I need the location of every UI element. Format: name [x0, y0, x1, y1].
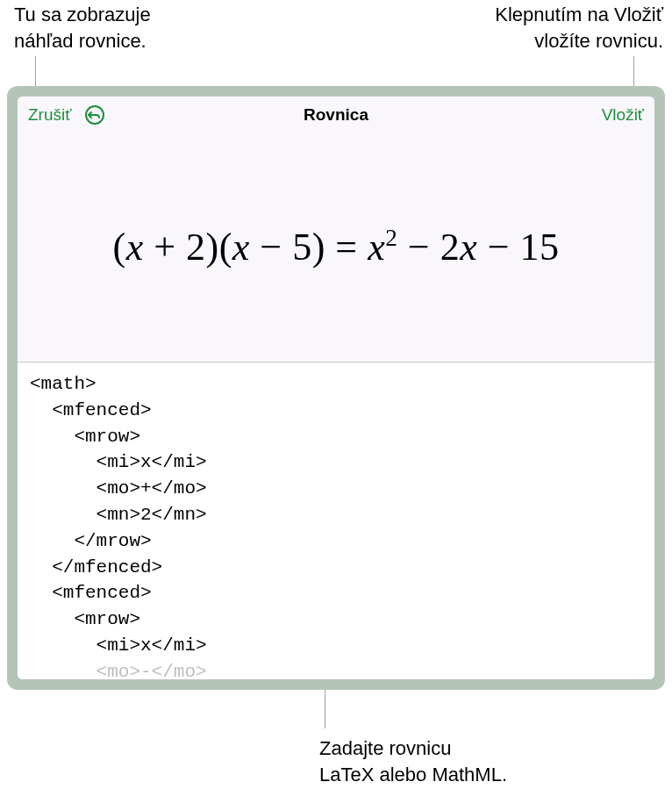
equation-dialog: Zrušiť Rovnica Vložiť (x + 2)(x − — [18, 97, 654, 679]
insert-button[interactable]: Vložiť — [602, 105, 644, 124]
eq-part: 2 — [186, 226, 206, 269]
eq-part-var: x — [460, 226, 477, 269]
equation-preview: (x + 2)(x − 5) = x2 − 2x − 15 — [18, 133, 654, 362]
cancel-button[interactable]: Zrušiť — [28, 105, 71, 125]
eq-part: − 15 — [477, 226, 559, 269]
callout-line1: Klepnutím na Vložiť — [495, 4, 663, 25]
code-text: <math> <mfenced> <mrow> <mi>x</mi> <mo>+… — [30, 371, 642, 679]
code-body: <math> <mfenced> <mrow> <mi>x</mi> <mo>+… — [30, 374, 207, 656]
callout-preview: Tu sa zobrazuje náhľad rovnice. — [14, 2, 151, 54]
eq-part: ( — [112, 226, 125, 269]
eq-part-var: x — [232, 226, 250, 269]
eq-part-var: x — [368, 226, 385, 269]
eq-part: − — [250, 226, 292, 269]
callout-insert: Klepnutím na Vložiť vložíte rovnicu. — [495, 2, 663, 54]
eq-part-var: x — [126, 226, 144, 269]
dialog-title: Rovnica — [304, 105, 368, 125]
device-frame: Zrušiť Rovnica Vložiť (x + 2)(x − — [7, 86, 665, 690]
dialog-header: Zrušiť Rovnica Vložiť — [18, 97, 654, 133]
eq-part: ) — [312, 226, 325, 269]
eq-part: − 2 — [397, 226, 460, 269]
callout-line2: vložíte rovnicu. — [534, 30, 663, 52]
eq-part: )( — [206, 226, 232, 269]
callout-line1: Tu sa zobrazuje — [14, 4, 151, 25]
undo-icon — [84, 104, 105, 126]
equation-render: (x + 2)(x − 5) = x2 − 2x − 15 — [112, 225, 559, 269]
callout-line1: Zadajte rovnicu — [319, 737, 451, 759]
eq-part-sup: 2 — [385, 226, 397, 252]
code-faded: <mo>-</mo> — [30, 662, 207, 679]
callout-line2: LaTeX alebo MathML. — [319, 764, 507, 785]
callout-line2: náhľad rovnice. — [14, 30, 147, 52]
eq-part: 5 — [292, 226, 312, 269]
callout-input: Zadajte rovnicu LaTeX alebo MathML. — [319, 735, 507, 787]
equation-input[interactable]: <math> <mfenced> <mrow> <mi>x</mi> <mo>+… — [18, 362, 654, 679]
undo-button[interactable] — [83, 104, 106, 126]
eq-part: = — [325, 226, 368, 269]
eq-part: + — [144, 226, 186, 269]
